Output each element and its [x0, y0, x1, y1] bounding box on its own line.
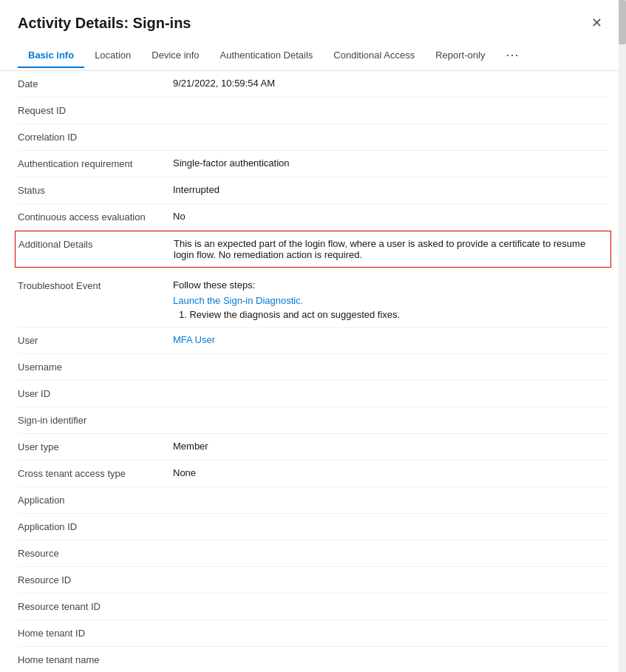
tab-location[interactable]: Location	[84, 44, 141, 68]
field-home-tenant-name: Home tenant name	[18, 647, 608, 672]
field-auth-requirement-value: Single-factor authentication	[173, 157, 608, 169]
field-request-id-label: Request ID	[18, 104, 173, 116]
field-home-tenant-id: Home tenant ID	[18, 620, 608, 647]
field-resource-id-label: Resource ID	[18, 574, 173, 586]
troubleshoot-follow-text: Follow these steps:	[173, 279, 608, 291]
field-correlation-id: Correlation ID	[18, 124, 608, 151]
troubleshoot-content: Follow these steps: Launch the Sign-in D…	[173, 279, 608, 320]
field-auth-requirement: Authentication requirement Single-factor…	[18, 151, 608, 177]
scrollbar-thumb[interactable]	[619, 0, 626, 44]
field-user: User MFA User	[18, 327, 608, 354]
field-application-id: Application ID	[18, 514, 608, 540]
tab-report-only[interactable]: Report-only	[425, 44, 495, 68]
scrollbar-track[interactable]	[619, 0, 626, 672]
field-troubleshoot: Troubleshoot Event Follow these steps: L…	[18, 268, 608, 327]
field-additional-details-value: This is an expected part of the login fl…	[174, 238, 608, 260]
field-additional-details: Additional Details This is an expected p…	[15, 231, 611, 268]
tabs-more-button[interactable]: ···	[498, 41, 526, 70]
activity-details-dialog: Activity Details: Sign-ins ✕ Basic info …	[0, 0, 626, 672]
field-auth-requirement-label: Authentication requirement	[18, 157, 173, 169]
field-resource-tenant-id: Resource tenant ID	[18, 594, 608, 620]
launch-diagnostic-link[interactable]: Launch the Sign-in Diagnostic.	[173, 295, 608, 306]
tab-device-info[interactable]: Device info	[141, 44, 209, 68]
field-user-type: User type Member	[18, 434, 608, 461]
field-home-tenant-name-label: Home tenant name	[18, 654, 173, 665]
field-user-type-value: Member	[173, 441, 608, 452]
field-date-value: 9/21/2022, 10:59:54 AM	[173, 78, 608, 89]
dialog-header: Activity Details: Sign-ins ✕	[0, 0, 626, 33]
field-home-tenant-id-label: Home tenant ID	[18, 627, 173, 639]
field-status: Status Interrupted	[18, 177, 608, 204]
tab-conditional-access[interactable]: Conditional Access	[323, 44, 425, 68]
field-resource-label: Resource	[18, 547, 173, 559]
field-resource: Resource	[18, 540, 608, 567]
dialog-title: Activity Details: Sign-ins	[18, 15, 191, 32]
field-user-id-label: User ID	[18, 387, 173, 399]
field-status-label: Status	[18, 184, 173, 196]
tabs-container: Basic info Location Device info Authenti…	[0, 33, 626, 71]
field-request-id: Request ID	[18, 98, 608, 124]
field-user-label: User	[18, 334, 173, 346]
field-signin-identifier-label: Sign-in identifier	[18, 414, 173, 426]
field-cross-tenant-label: Cross tenant access type	[18, 467, 173, 479]
field-cross-tenant-access: Cross tenant access type None	[18, 461, 608, 487]
field-date: Date 9/21/2022, 10:59:54 AM	[18, 71, 608, 98]
field-resource-tenant-id-label: Resource tenant ID	[18, 600, 173, 612]
field-cross-tenant-value: None	[173, 467, 608, 478]
field-username: Username	[18, 354, 608, 381]
field-user-id: User ID	[18, 381, 608, 407]
field-additional-details-label: Additional Details	[18, 238, 174, 250]
field-signin-identifier: Sign-in identifier	[18, 407, 608, 434]
field-cae: Continuous access evaluation No	[18, 204, 608, 231]
content-area: Date 9/21/2022, 10:59:54 AM Request ID C…	[0, 71, 626, 672]
field-application-id-label: Application ID	[18, 520, 173, 532]
field-resource-id: Resource ID	[18, 567, 608, 594]
field-date-label: Date	[18, 78, 173, 89]
field-cae-value: No	[173, 211, 608, 222]
field-application-label: Application	[18, 494, 173, 506]
troubleshoot-label: Troubleshoot Event	[18, 279, 173, 291]
troubleshoot-step: 1. Review the diagnosis and act on sugge…	[179, 309, 400, 320]
field-user-value[interactable]: MFA User	[173, 334, 608, 345]
field-status-value: Interrupted	[173, 184, 608, 195]
field-cae-label: Continuous access evaluation	[18, 211, 173, 223]
field-application: Application	[18, 487, 608, 514]
field-user-type-label: User type	[18, 441, 173, 452]
tab-basic-info[interactable]: Basic info	[18, 44, 84, 68]
field-username-label: Username	[18, 361, 173, 373]
close-button[interactable]: ✕	[585, 13, 608, 33]
field-correlation-id-label: Correlation ID	[18, 131, 173, 143]
tab-authentication-details[interactable]: Authentication Details	[210, 44, 324, 68]
